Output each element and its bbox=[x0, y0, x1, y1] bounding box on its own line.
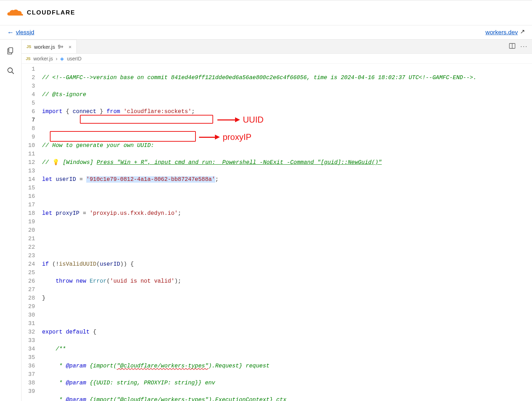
more-icon[interactable]: ··· bbox=[520, 43, 528, 50]
crumb-file[interactable]: worker.js bbox=[33, 56, 53, 61]
symbol-icon: ◈ bbox=[60, 56, 64, 61]
annotation-proxyip-arrow: proxyIP bbox=[199, 133, 251, 141]
cloud-icon bbox=[7, 8, 25, 17]
back-link[interactable]: ← vlessjd bbox=[7, 29, 34, 36]
crumb-symbol[interactable]: userID bbox=[67, 56, 81, 61]
files-icon[interactable] bbox=[6, 46, 16, 56]
arrow-left-icon: ← bbox=[7, 29, 14, 36]
line-gutter: 1234567891011121314151617181920212223242… bbox=[22, 64, 41, 401]
split-editor-icon[interactable] bbox=[509, 43, 515, 50]
annotation-uuid-arrow: UUID bbox=[217, 116, 264, 124]
activity-bar bbox=[0, 40, 21, 401]
code-content[interactable]: // <!--GAMFC-->version base on commit 84… bbox=[41, 64, 532, 401]
subheader: ← vlessjd workers.dev ↗ bbox=[0, 25, 532, 40]
tab-filename: worker.js bbox=[34, 44, 55, 50]
logo-text: CLOUDFLARE bbox=[27, 9, 75, 16]
js-file-icon: JS bbox=[26, 57, 30, 61]
workers-dev-text[interactable]: workers.dev bbox=[485, 29, 518, 36]
svg-line-2 bbox=[12, 72, 14, 74]
annotation-proxyip-box bbox=[50, 131, 196, 142]
breadcrumb[interactable]: JS worker.js › ◈ userID bbox=[22, 54, 532, 64]
tab-bar: JS worker.js 9+ × ··· bbox=[22, 40, 532, 54]
tab-problem-badge: 9+ bbox=[58, 44, 64, 49]
svg-point-1 bbox=[8, 68, 12, 72]
code-editor[interactable]: 1234567891011121314151617181920212223242… bbox=[22, 64, 532, 401]
svg-rect-0 bbox=[9, 48, 13, 53]
tab-worker-js[interactable]: JS worker.js 9+ × bbox=[22, 40, 77, 53]
cloudflare-logo[interactable]: CLOUDFLARE bbox=[7, 8, 75, 17]
js-file-icon: JS bbox=[27, 45, 31, 49]
chevron-right-icon: › bbox=[56, 56, 58, 61]
close-icon[interactable]: × bbox=[69, 44, 72, 50]
external-link-icon: ↗ bbox=[520, 28, 525, 35]
workers-dev-link[interactable]: workers.dev ↗ bbox=[485, 29, 525, 36]
back-link-text[interactable]: vlessjd bbox=[16, 29, 34, 36]
header: CLOUDFLARE bbox=[0, 0, 532, 25]
search-icon[interactable] bbox=[6, 66, 16, 76]
annotation-uuid-box bbox=[80, 115, 213, 124]
bulb-icon: 💡 bbox=[52, 159, 59, 166]
